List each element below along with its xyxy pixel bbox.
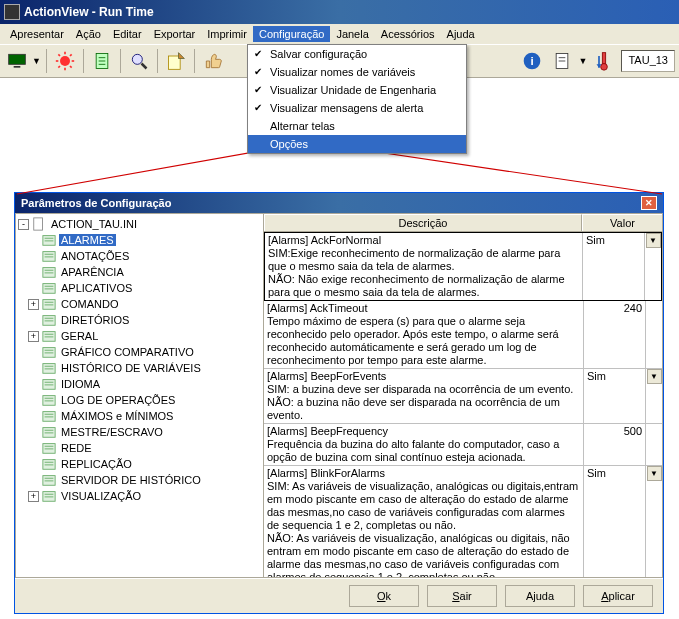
- svg-line-8: [70, 66, 72, 68]
- dd-opcoes[interactable]: Opções: [248, 135, 466, 153]
- section-icon: [42, 281, 56, 295]
- collapse-icon[interactable]: -: [18, 219, 29, 230]
- grid-cell-value[interactable]: Sim: [583, 233, 645, 300]
- grid-cell-value[interactable]: 500: [584, 424, 646, 465]
- tree-item[interactable]: APLICATIVOS: [18, 280, 261, 296]
- chevron-down-icon[interactable]: ▼: [647, 466, 662, 481]
- chevron-down-icon[interactable]: ▼: [647, 369, 662, 384]
- tree-item-label: HISTÓRICO DE VARIÁVEIS: [59, 362, 203, 374]
- expand-icon[interactable]: +: [28, 491, 39, 502]
- grid-cell-dropdown[interactable]: ▼: [645, 233, 661, 300]
- toolbar-sun-icon[interactable]: [52, 48, 78, 74]
- aplicar-button[interactable]: Aplicar: [583, 585, 653, 607]
- section-icon: [42, 265, 56, 279]
- tree-item[interactable]: REPLICAÇÃO: [18, 456, 261, 472]
- expand-icon[interactable]: +: [28, 331, 39, 342]
- tree-item[interactable]: GRÁFICO COMPARATIVO: [18, 344, 261, 360]
- menu-apresentar[interactable]: Apresentar: [4, 26, 70, 42]
- dd-salvar-config[interactable]: Salvar configuração: [248, 45, 466, 63]
- menu-acessorios[interactable]: Acessórios: [375, 26, 441, 42]
- dd-visualizar-nomes[interactable]: Visualizar nomes de variáveis: [248, 63, 466, 81]
- tree-item[interactable]: MESTRE/ESCRAVO: [18, 424, 261, 440]
- title-bar: ActionView - Run Time: [0, 0, 679, 24]
- section-icon: [42, 329, 56, 343]
- grid-header-value[interactable]: Valor: [582, 214, 662, 231]
- svg-rect-24: [603, 53, 606, 65]
- grid-cell-value[interactable]: Sim: [584, 466, 646, 577]
- section-icon: [42, 441, 56, 455]
- tree-item-label: GERAL: [59, 330, 100, 342]
- grid-row[interactable]: [Alarms] BlinkForAlarmsSIM: As variáveis…: [264, 466, 662, 577]
- menu-ajuda[interactable]: Ajuda: [441, 26, 481, 42]
- dropdown-arrow-icon[interactable]: ▼: [32, 56, 41, 66]
- section-icon: [42, 345, 56, 359]
- grid-row[interactable]: [Alarms] BeepFrequencyFrequência da buzi…: [264, 424, 662, 466]
- grid-cell-desc: [Alarms] BeepForEventsSIM: a buzina deve…: [264, 369, 584, 423]
- dd-alternar-telas[interactable]: Alternar telas: [248, 117, 466, 135]
- tree-item[interactable]: LOG DE OPERAÇÕES: [18, 392, 261, 408]
- tree-item[interactable]: +VISUALIZAÇÃO: [18, 488, 261, 504]
- grid-cell-dropdown[interactable]: ▼: [646, 466, 662, 577]
- tree-item[interactable]: DIRETÓRIOS: [18, 312, 261, 328]
- tree-item[interactable]: SERVIDOR DE HISTÓRICO: [18, 472, 261, 488]
- toolbar-page-icon[interactable]: [549, 48, 575, 74]
- expand-icon[interactable]: +: [28, 299, 39, 310]
- grid-cell-dropdown[interactable]: ▼: [646, 369, 662, 423]
- section-icon: [42, 361, 56, 375]
- tree-item-label: VISUALIZAÇÃO: [59, 490, 143, 502]
- menu-janela[interactable]: Janela: [330, 26, 374, 42]
- ajuda-button[interactable]: Ajuda: [505, 585, 575, 607]
- toolbar-magnifier-icon[interactable]: [126, 48, 152, 74]
- menu-editar[interactable]: Editar: [107, 26, 148, 42]
- menu-exportar[interactable]: Exportar: [148, 26, 202, 42]
- tree-item[interactable]: +COMANDO: [18, 296, 261, 312]
- close-icon[interactable]: ✕: [641, 196, 657, 210]
- svg-line-16: [141, 64, 146, 69]
- grid-cell-value[interactable]: Sim: [584, 369, 646, 423]
- tree-item[interactable]: ALARMES: [18, 232, 261, 248]
- tree-item[interactable]: APARÊNCIA: [18, 264, 261, 280]
- menu-acao[interactable]: Ação: [70, 26, 107, 42]
- svg-point-2: [60, 56, 70, 66]
- config-tree[interactable]: - ACTION_TAU.INI ALARMESANOTAÇÕESAPARÊNC…: [16, 214, 264, 577]
- tree-item[interactable]: REDE: [18, 440, 261, 456]
- section-icon: [42, 425, 56, 439]
- grid-cell-value[interactable]: 240: [584, 301, 646, 368]
- grid-header-desc[interactable]: Descrição: [264, 214, 582, 231]
- tree-item-label: REPLICAÇÃO: [59, 458, 134, 470]
- toolbar-edit-icon[interactable]: [163, 48, 189, 74]
- toolbar-thermometer-icon[interactable]: [591, 48, 617, 74]
- config-dialog: Parâmetros de Configuração ✕ - ACTION_TA…: [14, 192, 664, 614]
- tree-item-label: MÁXIMOS e MÍNIMOS: [59, 410, 175, 422]
- sair-button[interactable]: Sair: [427, 585, 497, 607]
- chevron-down-icon[interactable]: ▼: [646, 233, 661, 248]
- toolbar-thumbsup-icon[interactable]: [200, 48, 226, 74]
- menu-configuracao[interactable]: Configuração: [253, 26, 330, 42]
- dd-visualizar-mensagens[interactable]: Visualizar mensagens de alerta: [248, 99, 466, 117]
- tree-item-label: GRÁFICO COMPARATIVO: [59, 346, 196, 358]
- tree-item[interactable]: +GERAL: [18, 328, 261, 344]
- ok-button[interactable]: Ok: [349, 585, 419, 607]
- toolbar-document-icon[interactable]: [89, 48, 115, 74]
- svg-marker-18: [178, 53, 184, 59]
- toolbar-monitor-icon[interactable]: [4, 48, 30, 74]
- window-title: ActionView - Run Time: [24, 5, 154, 19]
- dropdown-arrow-icon[interactable]: ▼: [579, 56, 588, 66]
- tree-item[interactable]: HISTÓRICO DE VARIÁVEIS: [18, 360, 261, 376]
- svg-point-15: [132, 54, 142, 64]
- tree-item[interactable]: MÁXIMOS e MÍNIMOS: [18, 408, 261, 424]
- tree-item[interactable]: ANOTAÇÕES: [18, 248, 261, 264]
- dd-visualizar-unidade[interactable]: Visualizar Unidade de Engenharia: [248, 81, 466, 99]
- tree-item-label: ALARMES: [59, 234, 116, 246]
- grid-body[interactable]: [Alarms] AckForNormalSIM:Exige reconheci…: [264, 232, 662, 577]
- grid-row[interactable]: [Alarms] BeepForEventsSIM: a buzina deve…: [264, 369, 662, 424]
- toolbar-info-icon[interactable]: i: [519, 48, 545, 74]
- tree-item[interactable]: IDIOMA: [18, 376, 261, 392]
- tree-item-label: IDIOMA: [59, 378, 102, 390]
- grid-row[interactable]: [Alarms] AckForNormalSIM:Exige reconheci…: [264, 232, 662, 301]
- tree-root[interactable]: - ACTION_TAU.INI: [18, 216, 261, 232]
- grid-row[interactable]: [Alarms] AckTimeoutTempo máximo de esper…: [264, 301, 662, 369]
- tree-item-label: ANOTAÇÕES: [59, 250, 131, 262]
- dialog-title: Parâmetros de Configuração: [21, 197, 171, 209]
- menu-imprimir[interactable]: Imprimir: [201, 26, 253, 42]
